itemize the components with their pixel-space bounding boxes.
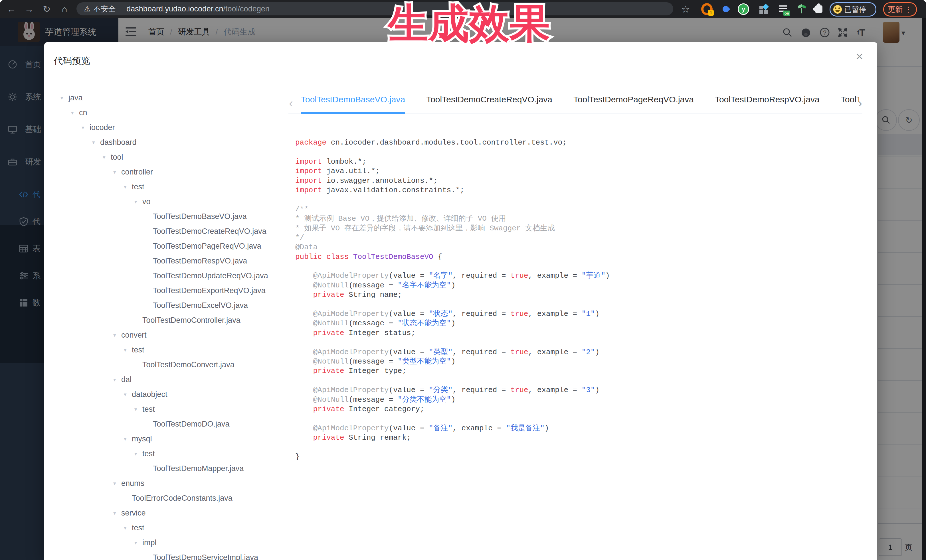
caret-down-icon[interactable]: ▾: [135, 450, 142, 457]
caret-down-icon[interactable]: ▾: [82, 124, 89, 131]
extension-sprout-icon[interactable]: [796, 3, 807, 15]
tree-file-ToolTestDemoExcelVO.java[interactable]: ToolTestDemoExcelVO.java: [153, 298, 248, 313]
tree-file-ToolTestDemoBaseVO.java[interactable]: ToolTestDemoBaseVO.java: [153, 209, 247, 224]
code-line: @ApiModelProperty(value = "分类", required…: [295, 385, 610, 395]
code-line: [295, 262, 610, 271]
tab-ToolTestDemoCreateReqVO.java[interactable]: ToolTestDemoCreateReqVO.java: [426, 93, 552, 114]
emoji-face-icon: [833, 5, 842, 14]
tree-file-ToolTestDemoMapper.java[interactable]: ToolTestDemoMapper.java: [153, 461, 244, 476]
tree-node-label: tool: [111, 153, 123, 162]
tree-file-ToolTestDemoRespVO.java[interactable]: ToolTestDemoRespVO.java: [153, 254, 247, 268]
tree-node-label: dashboard: [100, 138, 137, 147]
tree-folder-mysql[interactable]: ▾mysql: [124, 432, 152, 446]
caret-down-icon[interactable]: ▾: [113, 332, 121, 338]
tree-folder-dal[interactable]: ▾dal: [113, 372, 132, 387]
tree-file-ToolTestDemoUpdateReqVO.java[interactable]: ToolTestDemoUpdateReqVO.java: [153, 268, 268, 283]
code-line: import io.swagger.annotations.*;: [295, 176, 610, 186]
caret-down-icon[interactable]: ▾: [113, 169, 121, 175]
tree-file-ToolErrorCodeConstants.java[interactable]: ToolErrorCodeConstants.java: [132, 491, 233, 506]
back-icon[interactable]: ←: [5, 3, 18, 15]
tree-file-ToolTestDemoServiceImpl.java[interactable]: ToolTestDemoServiceImpl.java: [153, 550, 258, 560]
tree-node-label: ToolTestDemoUpdateReqVO.java: [153, 272, 268, 280]
caret-down-icon[interactable]: ▾: [124, 347, 132, 353]
caret-down-icon[interactable]: ▾: [124, 391, 132, 398]
tree-folder-test[interactable]: ▾test: [124, 180, 144, 194]
close-icon[interactable]: ×: [856, 50, 863, 63]
tree-file-ToolTestDemoPageReqVO.java[interactable]: ToolTestDemoPageReqVO.java: [153, 238, 261, 254]
tab-ToolTe[interactable]: ToolTe: [841, 93, 859, 114]
tree-folder-convert[interactable]: ▾convert: [113, 328, 147, 343]
code-line: [295, 147, 610, 157]
caret-down-icon[interactable]: ▾: [103, 154, 111, 160]
code-view: package cn.iocoder.dashboard.modules.too…: [295, 138, 610, 462]
tree-folder-test[interactable]: ▾test: [135, 402, 155, 417]
tree-file-ToolTestDemoController.java[interactable]: ToolTestDemoController.java: [142, 313, 241, 328]
home-icon[interactable]: ⌂: [58, 3, 71, 15]
code-line: @NotNull(message = "类型不能为空"): [295, 357, 610, 367]
tree-node-label: test: [142, 449, 155, 458]
address-divider: [121, 5, 121, 12]
caret-down-icon[interactable]: ▾: [124, 436, 132, 442]
paused-extension-pill[interactable]: 已暂停: [829, 2, 876, 17]
tab-ToolTestDemoPageReqVO.java[interactable]: ToolTestDemoPageReqVO.java: [573, 93, 694, 114]
code-line: @ApiModelProperty(value = "类型", required…: [295, 347, 610, 357]
caret-down-icon[interactable]: ▾: [135, 406, 142, 413]
tree-file-ToolTestDemoDO.java[interactable]: ToolTestDemoDO.java: [153, 417, 230, 432]
update-button[interactable]: 更新 ⋮: [883, 2, 917, 17]
forward-icon[interactable]: →: [23, 3, 35, 15]
tree-folder-dataobject[interactable]: ▾dataobject: [124, 387, 168, 402]
tree-folder-impl[interactable]: ▾impl: [135, 535, 157, 550]
code-line: private Integer status;: [295, 329, 610, 338]
code-line: @Data: [295, 243, 610, 252]
tree-file-ToolTestDemoConvert.java[interactable]: ToolTestDemoConvert.java: [142, 357, 235, 372]
code-line: [295, 195, 610, 204]
code-line: * 测试示例 Base VO，提供给添加、修改、详细的子 VO 使用: [295, 214, 610, 223]
tab-ToolTestDemoRespVO.java[interactable]: ToolTestDemoRespVO.java: [715, 93, 820, 114]
extensions-puzzle-icon[interactable]: [813, 3, 825, 15]
code-line: /**: [295, 205, 610, 214]
caret-down-icon[interactable]: ▾: [113, 376, 121, 383]
tree-node-label: mysql: [132, 435, 152, 444]
tab-ToolTestDemoBaseVO.java[interactable]: ToolTestDemoBaseVO.java: [301, 93, 405, 114]
caret-down-icon[interactable]: ▾: [113, 510, 121, 516]
code-line: private Integer category;: [295, 405, 610, 414]
browser-scrollbar[interactable]: [922, 18, 926, 560]
tree-folder-enums[interactable]: ▾enums: [113, 476, 144, 491]
tree-folder-java[interactable]: ▾java: [61, 91, 83, 105]
tree-folder-cn[interactable]: ▾cn: [71, 105, 87, 120]
tree-folder-controller[interactable]: ▾controller: [113, 165, 153, 180]
caret-down-icon[interactable]: ▾: [135, 198, 142, 205]
extension-green-icon[interactable]: y: [738, 3, 749, 15]
caret-down-icon[interactable]: ▾: [113, 480, 121, 487]
tree-folder-test[interactable]: ▾test: [124, 343, 144, 357]
paused-label: 已暂停: [844, 5, 866, 15]
tree-folder-tool[interactable]: ▾tool: [103, 150, 123, 165]
url-domain: dashboard.yudao.iocoder.cn: [126, 5, 223, 14]
not-secure-label: 不安全: [93, 4, 115, 14]
tree-folder-test[interactable]: ▾test: [135, 446, 155, 461]
extension-drop-icon[interactable]: [720, 3, 731, 15]
caret-down-icon[interactable]: ▾: [124, 184, 132, 190]
caret-down-icon[interactable]: ▾: [124, 525, 132, 531]
tree-folder-vo[interactable]: ▾vo: [135, 194, 151, 209]
extension-donut-icon[interactable]: 1: [701, 3, 713, 15]
tabs-scroll-left-icon[interactable]: ‹: [289, 97, 293, 110]
extension-grid-icon[interactable]: [758, 3, 770, 15]
tree-folder-dashboard[interactable]: ▾dashboard: [92, 135, 137, 150]
caret-down-icon[interactable]: ▾: [61, 95, 68, 101]
caret-down-icon[interactable]: ▾: [135, 539, 142, 546]
extension-list-icon[interactable]: on: [778, 3, 789, 15]
caret-down-icon[interactable]: ▾: [92, 139, 100, 146]
tree-folder-service[interactable]: ▾service: [113, 506, 146, 520]
tree-file-ToolTestDemoCreateReqVO.java[interactable]: ToolTestDemoCreateReqVO.java: [153, 224, 266, 238]
code-line: @ApiModelProperty(value = "状态", required…: [295, 309, 610, 319]
tree-folder-test[interactable]: ▾test: [124, 520, 144, 535]
tree-folder-iocoder[interactable]: ▾iocoder: [82, 120, 115, 135]
kebab-menu-icon[interactable]: ⋮: [905, 5, 912, 14]
code-line: import lombok.*;: [295, 157, 610, 166]
tree-file-ToolTestDemoExportReqVO.java[interactable]: ToolTestDemoExportReqVO.java: [153, 283, 266, 298]
caret-down-icon[interactable]: ▾: [71, 110, 79, 116]
reload-icon[interactable]: ↻: [41, 3, 53, 15]
code-line: @NotNull(message = "状态不能为空"): [295, 319, 610, 328]
bookmark-star-icon[interactable]: ☆: [681, 3, 690, 15]
